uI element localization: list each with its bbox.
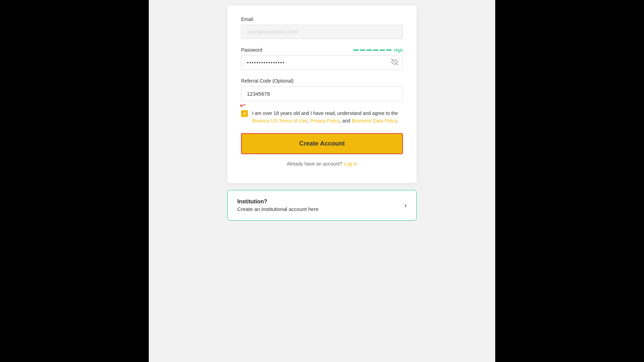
terms-text: I am over 18 years old and I have read, …: [252, 109, 403, 125]
checkmark-icon: ✓: [243, 111, 247, 116]
terms-checkbox-wrapper: ↙ ✓: [241, 110, 248, 117]
terms-sep1: ,: [307, 118, 310, 124]
already-account-row: Already have an account? Log In: [241, 161, 403, 167]
login-link[interactable]: Log In: [344, 161, 357, 167]
terms-row: ↙ ✓ I am over 18 years old and I have re…: [241, 109, 403, 125]
already-account-text: Already have an account?: [287, 161, 343, 167]
terms-sep2: , and: [340, 118, 352, 124]
strength-dash-3: [366, 50, 372, 51]
institution-chevron-icon: ›: [404, 201, 407, 209]
institution-text-group: Institution? Create an institutional acc…: [237, 199, 319, 212]
strength-dashes: [353, 50, 392, 51]
strength-label: High: [394, 47, 403, 53]
referral-input[interactable]: [241, 86, 403, 101]
referral-label: Referral Code (Optional): [241, 78, 403, 84]
privacy-policy-link[interactable]: Privacy Policy: [310, 118, 340, 124]
email-label: Email: [241, 17, 403, 22]
password-label: Password: [241, 47, 262, 53]
email-field-group: Email: [241, 17, 403, 39]
institution-card[interactable]: Institution? Create an institutional acc…: [227, 190, 417, 221]
create-account-button[interactable]: Create Account: [241, 133, 403, 154]
password-strength-indicator: High: [353, 47, 403, 53]
strength-dash-5: [380, 50, 385, 51]
password-field-group: Password High: [241, 47, 403, 70]
terms-checkbox[interactable]: ✓: [241, 110, 248, 117]
signup-form-card: Email Password: [227, 6, 417, 183]
terms-text-after: .: [397, 118, 398, 124]
toggle-password-icon[interactable]: [391, 58, 398, 67]
institution-title: Institution?: [237, 199, 319, 205]
referral-field-group: Referral Code (Optional): [241, 78, 403, 101]
terms-of-use-link[interactable]: Binance.US Terms of Use: [252, 118, 307, 124]
strength-dash-4: [373, 50, 378, 51]
institution-subtitle: Create an institutional account here: [237, 206, 319, 212]
password-input-wrapper: [241, 55, 403, 70]
strength-dash-6: [386, 50, 392, 51]
strength-dash-1: [353, 50, 359, 51]
strength-dash-2: [360, 50, 365, 51]
biometric-policy-link[interactable]: Biometric Data Policy: [352, 118, 397, 124]
email-input[interactable]: [241, 25, 403, 39]
terms-text-before: I am over 18 years old and I have read, …: [252, 110, 398, 116]
password-input[interactable]: [241, 55, 403, 70]
